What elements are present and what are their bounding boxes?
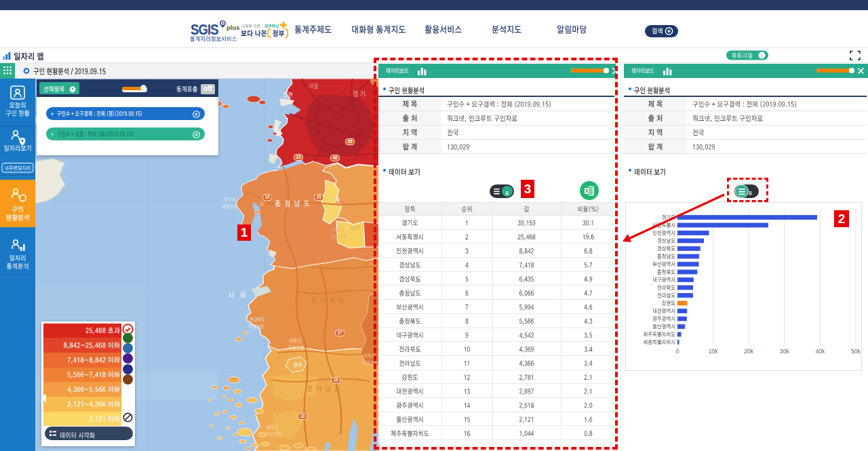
svg-text:15: 15 — [296, 155, 301, 159]
svg-text:10: 10 — [300, 414, 305, 418]
svg-text:50k: 50k — [851, 348, 861, 355]
svg-text:20k: 20k — [744, 348, 754, 355]
svg-text:25: 25 — [316, 195, 321, 199]
svg-text:0: 0 — [676, 348, 679, 355]
svg-text:40: 40 — [332, 155, 338, 160]
svg-text:35: 35 — [347, 139, 353, 144]
svg-text:25: 25 — [333, 378, 338, 383]
svg-text:27: 27 — [337, 330, 342, 335]
svg-text:10k: 10k — [709, 348, 719, 355]
svg-text:15: 15 — [264, 195, 270, 199]
svg-text:30k: 30k — [780, 348, 790, 355]
svg-text:40k: 40k — [815, 348, 825, 355]
